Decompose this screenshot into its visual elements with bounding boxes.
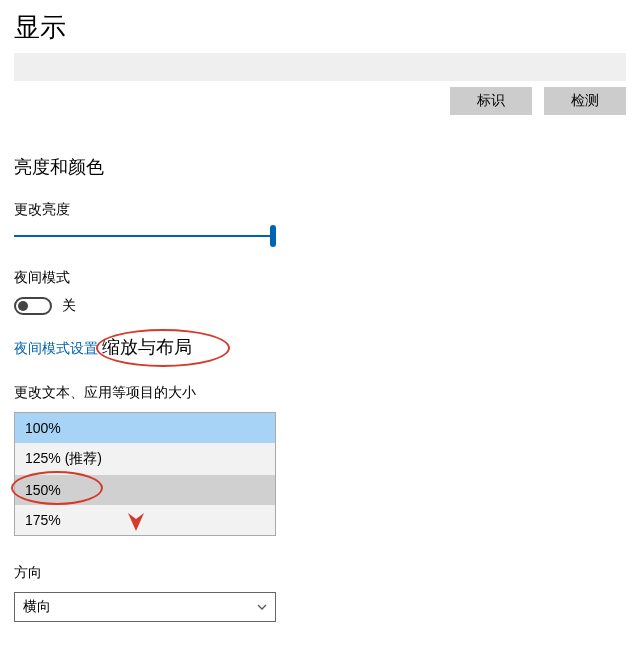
page-title: 显示 [14,10,626,45]
scaling-option-100[interactable]: 100% [15,413,275,443]
night-light-label: 夜间模式 [14,269,626,287]
scaling-option-150[interactable]: 150% [15,475,275,505]
night-light-toggle[interactable] [14,297,52,315]
scaling-option-125[interactable]: 125% (推荐) [15,443,275,475]
orientation-select[interactable]: 横向 [14,592,276,622]
night-light-state: 关 [62,297,76,315]
scaling-label: 更改文本、应用等项目的大小 [14,384,626,402]
orientation-value: 横向 [23,598,51,616]
display-actions-row: 标识 检测 [14,87,626,115]
brightness-slider[interactable] [14,229,276,243]
slider-thumb[interactable] [270,225,276,247]
night-light-toggle-row: 关 [14,297,626,315]
toggle-knob-icon [18,301,28,311]
slider-track [14,235,276,237]
night-light-settings-link[interactable]: 夜间模式设置 [14,340,98,358]
display-preview-area [14,53,626,81]
detect-button[interactable]: 检测 [544,87,626,115]
orientation-label: 方向 [14,564,626,582]
brightness-section-title: 亮度和颜色 [14,155,626,179]
chevron-down-icon [257,602,267,612]
scaling-dropdown-list[interactable]: 100% 125% (推荐) 150% 175% [14,412,276,536]
scaling-option-175[interactable]: 175% [15,505,275,535]
scaling-section-title: 缩放与布局 [102,335,192,359]
brightness-slider-label: 更改亮度 [14,201,626,219]
identify-button[interactable]: 标识 [450,87,532,115]
